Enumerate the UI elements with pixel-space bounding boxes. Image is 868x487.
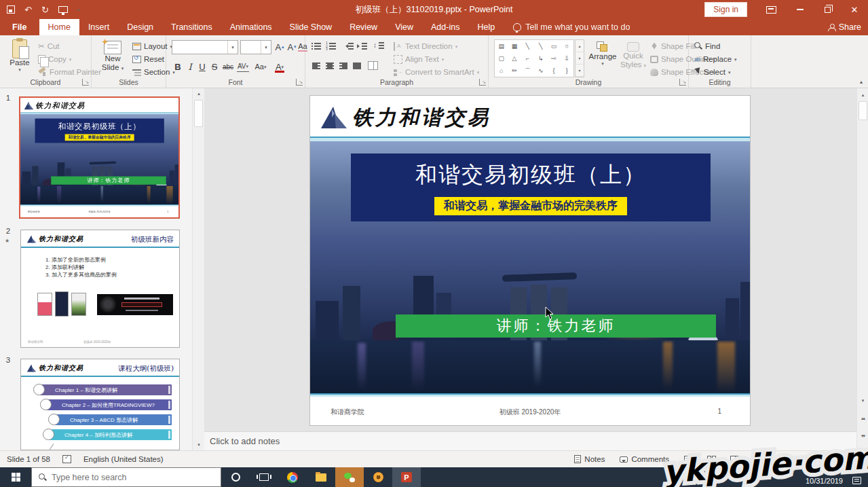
strikethrough-button[interactable]: abc (222, 60, 234, 73)
chrome-taskbar-button[interactable] (278, 467, 307, 487)
underline-button[interactable]: U (196, 60, 208, 73)
restore-button[interactable] (814, 0, 841, 19)
shape-freeform[interactable]: ⌂ (495, 65, 508, 77)
dialog-launcher-clipboard[interactable]: ↘ (82, 79, 89, 86)
presenter-bar[interactable]: 讲师：铁力老师 (396, 314, 716, 338)
tab-addins[interactable]: Add-ins (422, 19, 468, 35)
start-button[interactable] (0, 467, 31, 487)
shape-textbox[interactable]: ▤ (495, 40, 508, 52)
tab-help[interactable]: Help (468, 19, 504, 35)
scrollbar-thumb[interactable] (194, 100, 203, 127)
bold-button[interactable]: B (172, 60, 184, 73)
font-size-combobox[interactable]: ▾ (240, 40, 271, 54)
thumbnail-scrollbar[interactable]: ▴ ▾ (192, 88, 204, 450)
powerpoint-taskbar-button[interactable]: P (392, 467, 421, 487)
bullets-icon[interactable] (311, 41, 322, 51)
shape-oval[interactable]: ○ (561, 40, 573, 52)
search-input[interactable] (52, 473, 201, 482)
slide-canvas[interactable]: 铁力和谐交易 (204, 88, 856, 431)
shape-line[interactable]: ╲ (521, 40, 534, 52)
shape-elbow[interactable]: ⌐ (521, 52, 534, 65)
taskbar-date[interactable]: 10/31/2019 (806, 477, 843, 485)
replace-button[interactable]: ab Replace ▾ (694, 53, 737, 65)
dialog-launcher-paragraph[interactable]: ↘ (479, 79, 486, 86)
undo-icon[interactable]: ↶ (24, 5, 32, 15)
scroll-down-arrow[interactable]: ▾ (857, 395, 868, 406)
collapse-ribbon-button[interactable]: ▴ (860, 79, 863, 85)
convert-smartart-button[interactable]: Convert to SmartArt ▾ (394, 66, 479, 78)
tab-view[interactable]: View (386, 19, 422, 35)
scroll-down-arrow[interactable]: ▾ (193, 439, 205, 450)
line-spacing-icon[interactable] (373, 41, 384, 51)
shape-left-brace[interactable]: { (547, 65, 560, 77)
shape-elbow-arrow[interactable]: ↳ (534, 52, 547, 65)
align-center-icon[interactable] (324, 61, 335, 71)
minimize-button[interactable] (787, 0, 814, 19)
shape-down-arrow[interactable]: ⇩ (561, 52, 573, 65)
tell-me-box[interactable]: Tell me what you want to do (513, 19, 630, 35)
thumbnail-slide-2[interactable]: 铁力和谐交易 初级班新内容 1. 添加了全新的形态案例 2. 添加获利讲解 3.… (20, 230, 180, 348)
character-spacing-button[interactable]: AV▾ (237, 61, 249, 72)
tab-home[interactable]: Home (39, 19, 79, 35)
share-button[interactable]: Share (828, 19, 861, 35)
taskbar-search[interactable] (31, 467, 221, 487)
shape-right-brace[interactable]: } (561, 65, 573, 77)
ribbon-display-options-button[interactable] (759, 0, 787, 19)
tab-animations[interactable]: Animations (221, 19, 281, 35)
align-left-icon[interactable] (311, 61, 322, 71)
copy-button[interactable]: Copy ▾ (38, 53, 71, 65)
save-icon[interactable] (7, 5, 15, 14)
comments-toggle-button[interactable]: Comments (620, 455, 669, 463)
next-slide-button[interactable]: ▾▾ (857, 431, 868, 441)
dialog-launcher-font[interactable]: ↘ (296, 79, 303, 86)
footer-slide-number[interactable]: 1 (717, 408, 721, 415)
dialog-launcher-drawing[interactable]: ↘ (679, 79, 686, 86)
redo-icon[interactable]: ↻ (41, 5, 49, 15)
grow-font-button[interactable]: A▴ (273, 40, 286, 54)
notes-toggle-button[interactable]: Notes (574, 455, 605, 463)
increase-indent-icon[interactable] (357, 41, 368, 51)
tab-file[interactable]: File (0, 19, 39, 35)
thumbnail-slide-3[interactable]: 铁力和谐交易 课程大纲(初级班) Chapter 1 – 和谐交易讲解 Chap… (20, 359, 180, 450)
shape-rounded-rectangle[interactable]: ▢ (495, 52, 508, 65)
shape-right-arrow[interactable]: ⇨ (547, 52, 560, 65)
notes-pane[interactable]: Click to add notes (204, 431, 856, 450)
tab-design[interactable]: Design (118, 19, 162, 35)
file-explorer-taskbar-button[interactable] (307, 467, 335, 487)
scrollbar-thumb[interactable] (858, 101, 867, 120)
cut-button[interactable]: ✂ Cut (38, 40, 60, 52)
language-indicator[interactable]: English (United States) (83, 455, 164, 463)
shape-arc[interactable]: ⌒ (521, 65, 534, 77)
justify-icon[interactable] (352, 61, 362, 71)
tab-insert[interactable]: Insert (79, 19, 118, 35)
reading-view-button[interactable] (730, 456, 739, 463)
sign-in-button[interactable]: Sign in (704, 2, 747, 17)
new-slide-button[interactable]: NewSlide ▾ (97, 38, 128, 79)
notification-center-icon[interactable] (852, 477, 861, 484)
normal-view-button[interactable] (684, 456, 692, 463)
shape-arrow-line[interactable]: ╲ (534, 40, 547, 52)
italic-button[interactable]: I (184, 60, 196, 73)
close-button[interactable]: ✕ (841, 0, 868, 19)
chevron-down-icon[interactable]: ▾ (261, 41, 271, 54)
scroll-up-arrow[interactable]: ▴ (193, 88, 205, 99)
numbering-icon[interactable] (326, 41, 337, 51)
wechat-taskbar-button[interactable] (335, 467, 364, 487)
decrease-indent-icon[interactable] (343, 41, 354, 51)
shape-placeholder[interactable]: ▦ (508, 40, 521, 52)
previous-slide-button[interactable]: ▴▴ (857, 413, 868, 424)
text-direction-button[interactable]: Text Direction ▾ (394, 40, 457, 52)
find-button[interactable]: Find (694, 40, 720, 52)
slide-sorter-view-button[interactable] (707, 456, 715, 463)
slide-editor[interactable]: 铁力和谐交易 (309, 95, 751, 426)
honeycam-taskbar-button[interactable] (364, 467, 392, 487)
main-vertical-scrollbar[interactable]: ▴ ▾ ▴▴ ▾▾ (856, 88, 868, 450)
font-name-combobox[interactable]: ▾ (172, 40, 238, 54)
footer-center[interactable]: 初级班 2019-2020年 (310, 408, 750, 417)
quick-styles-button[interactable]: QuickStyles ▾ (618, 38, 649, 79)
scroll-up-arrow[interactable]: ▴ (857, 90, 868, 101)
shapes-scroll-down[interactable]: ▾ (575, 52, 584, 65)
cortana-button[interactable] (221, 467, 250, 487)
select-button[interactable]: Select ▾ (694, 66, 730, 78)
arrange-button[interactable]: Arrange ▾ (587, 38, 618, 79)
